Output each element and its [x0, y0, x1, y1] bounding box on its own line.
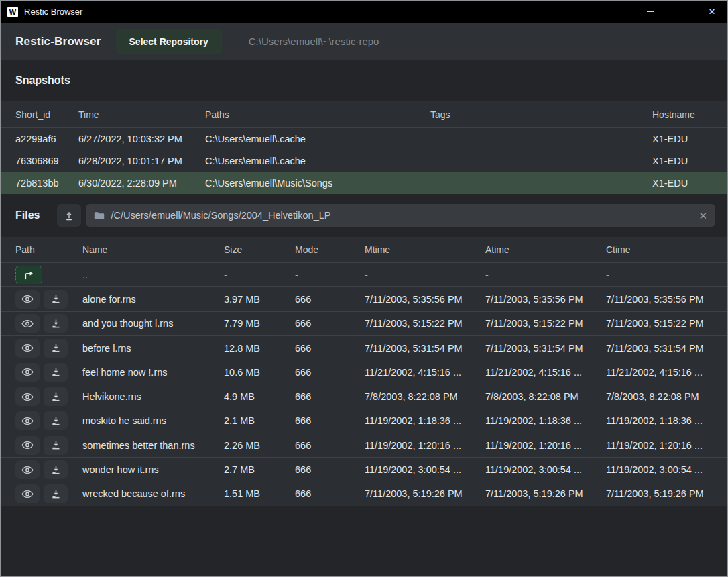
- current-path-input[interactable]: /C/Users/emuell/Music/Songs/2004_Helveti…: [86, 204, 715, 227]
- column-mtime: Mtime: [365, 244, 485, 255]
- empty-area: [1, 506, 727, 576]
- preview-file-button[interactable]: [15, 436, 40, 455]
- download-icon: [51, 440, 61, 450]
- eye-icon: [21, 441, 34, 450]
- preview-file-button[interactable]: [15, 387, 40, 406]
- snapshot-hostname: X1-EDU: [652, 178, 727, 189]
- file-atime: 7/11/2003, 5:19:26 PM: [485, 488, 606, 499]
- snapshot-paths: C:\Users\emuell\.cache: [205, 134, 430, 144]
- column-size: Size: [224, 244, 295, 255]
- file-row: feel home now !.rns 10.6 MB 666 11/21/20…: [1, 360, 727, 384]
- file-mtime: 7/11/2003, 5:35:56 PM: [365, 294, 485, 305]
- preview-file-button[interactable]: [15, 339, 40, 358]
- column-path: Path: [15, 244, 82, 255]
- column-time: Time: [78, 109, 205, 120]
- file-name: moskito he said.rns: [82, 415, 224, 426]
- parent-directory-row: .. - - - - -: [1, 262, 727, 286]
- title-bar: W Restic Browser ✕: [1, 1, 727, 23]
- snapshot-row[interactable]: a2299af6 6/27/2022, 10:03:32 PM C:\Users…: [1, 127, 727, 150]
- file-size: 1.51 MB: [224, 488, 295, 499]
- file-mode: -: [295, 270, 365, 280]
- clear-path-button[interactable]: ✕: [699, 211, 707, 221]
- download-file-button[interactable]: [44, 314, 68, 333]
- preview-file-button[interactable]: [15, 411, 40, 430]
- snapshot-row[interactable]: 76306869 6/28/2022, 10:01:17 PM C:\Users…: [1, 150, 727, 172]
- file-atime: 7/11/2003, 5:15:22 PM: [485, 318, 606, 329]
- download-file-button[interactable]: [44, 339, 68, 358]
- file-name: ..: [82, 270, 224, 280]
- file-ctime: -: [606, 270, 727, 280]
- file-ctime: 11/19/2002, 3:00:54 ...: [606, 464, 727, 475]
- current-path-value: /C/Users/emuell/Music/Songs/2004_Helveti…: [111, 210, 692, 221]
- file-atime: 7/11/2003, 5:35:56 PM: [485, 294, 606, 305]
- download-file-button[interactable]: [44, 460, 68, 479]
- preview-file-button[interactable]: [15, 460, 40, 479]
- download-file-button[interactable]: [44, 363, 68, 382]
- file-atime: 7/11/2003, 5:31:54 PM: [485, 343, 606, 354]
- file-size: 4.9 MB: [224, 391, 295, 402]
- column-paths: Paths: [205, 109, 430, 120]
- download-file-button[interactable]: [44, 484, 68, 503]
- minimize-button[interactable]: [635, 1, 666, 23]
- snapshots-section-header: Snapshots: [1, 60, 727, 101]
- file-mode: 666: [295, 367, 365, 378]
- window-title: Restic Browser: [24, 7, 82, 17]
- file-ctime: 11/19/2002, 1:20:16 ...: [606, 440, 727, 451]
- download-icon: [51, 489, 61, 499]
- snapshot-time: 6/27/2022, 10:03:32 PM: [78, 134, 205, 144]
- column-tags: Tags: [430, 109, 652, 120]
- close-button[interactable]: ✕: [696, 1, 727, 23]
- file-row: before l.rns 12.8 MB 666 7/11/2003, 5:31…: [1, 335, 727, 360]
- file-mtime: 7/11/2003, 5:15:22 PM: [365, 318, 485, 329]
- file-mtime: -: [365, 270, 485, 280]
- preview-file-button[interactable]: [15, 290, 40, 309]
- file-mode: 666: [295, 294, 365, 305]
- go-to-parent-directory-button[interactable]: [15, 266, 42, 284]
- download-file-button[interactable]: [44, 290, 68, 309]
- file-mode: 666: [295, 440, 365, 451]
- file-row-actions: [15, 339, 82, 358]
- file-name: Helvikone.rns: [82, 391, 224, 402]
- download-file-button[interactable]: [44, 436, 68, 455]
- eye-icon: [21, 344, 34, 352]
- minimize-icon: [647, 11, 654, 12]
- file-size: 2.1 MB: [224, 415, 295, 426]
- file-mtime: 11/19/2002, 3:00:54 ...: [365, 464, 485, 475]
- app-header: Restic-Browser Select Repository C:\User…: [1, 23, 727, 60]
- download-icon: [51, 343, 61, 353]
- select-repository-button[interactable]: Select Repository: [116, 29, 222, 54]
- snapshot-row[interactable]: 72b813bb 6/30/2022, 2:28:09 PM C:\Users\…: [1, 172, 727, 194]
- snapshot-short-id: 72b813bb: [15, 178, 78, 189]
- column-hostname: Hostname: [652, 109, 727, 120]
- app-window: W Restic Browser ✕ Restic-Browser Select…: [0, 0, 728, 577]
- column-name: Name: [82, 244, 224, 255]
- column-atime: Atime: [485, 244, 606, 255]
- download-file-button[interactable]: [44, 411, 68, 430]
- files-table-header: Path Name Size Mode Mtime Atime Ctime: [1, 237, 727, 262]
- preview-file-button[interactable]: [15, 363, 40, 382]
- download-icon: [51, 294, 61, 304]
- file-atime: -: [485, 270, 606, 280]
- download-icon: [51, 392, 61, 402]
- eye-icon: [21, 319, 34, 328]
- file-row-actions: [15, 460, 82, 479]
- file-mode: 666: [295, 415, 365, 426]
- file-mode: 666: [295, 318, 365, 329]
- file-ctime: 7/11/2003, 5:31:54 PM: [606, 343, 727, 354]
- file-row-actions: [15, 290, 82, 309]
- download-file-button[interactable]: [44, 387, 68, 406]
- download-icon: [51, 465, 61, 475]
- file-size: 10.6 MB: [224, 367, 295, 378]
- open-root-path-button[interactable]: [57, 204, 81, 227]
- file-name: before l.rns: [82, 343, 224, 354]
- file-ctime: 7/11/2003, 5:35:56 PM: [606, 294, 727, 305]
- preview-file-button[interactable]: [15, 314, 40, 333]
- maximize-button[interactable]: [666, 1, 696, 23]
- file-row: and you thought l.rns 7.79 MB 666 7/11/2…: [1, 311, 727, 335]
- up-from-bar-icon: [64, 210, 74, 221]
- file-name: wrecked because of.rns: [82, 488, 224, 499]
- file-name: and you thought l.rns: [82, 318, 224, 329]
- app-title: Restic-Browser: [15, 35, 101, 48]
- preview-file-button[interactable]: [15, 484, 40, 503]
- file-ctime: 7/11/2003, 5:19:26 PM: [606, 488, 727, 499]
